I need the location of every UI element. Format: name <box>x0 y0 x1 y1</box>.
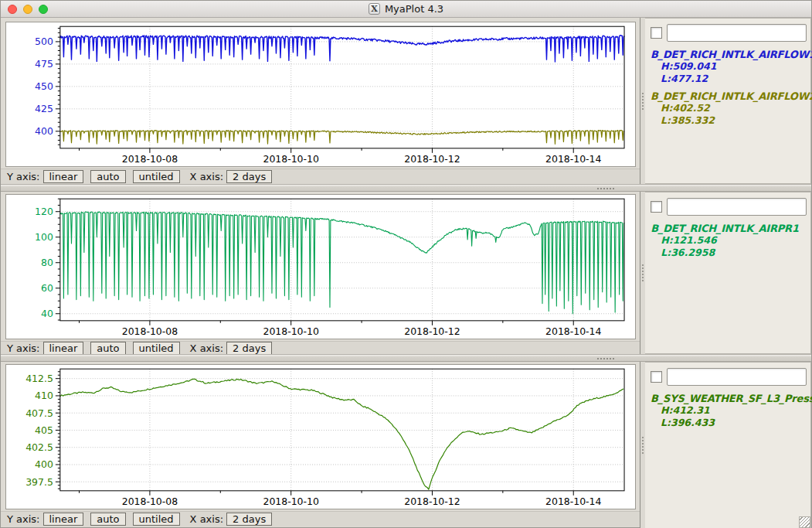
svg-text:60: 60 <box>41 282 53 294</box>
svg-text:2018-10-10: 2018-10-10 <box>263 325 318 337</box>
y-auto-button[interactable]: auto <box>90 170 125 183</box>
svg-text:475: 475 <box>35 58 53 70</box>
y-untiled-button[interactable]: untiled <box>133 513 180 526</box>
window-title: MyaPlot 4.3 <box>385 3 443 15</box>
svg-text:80: 80 <box>41 257 53 268</box>
plot-canvas-airflow[interactable]: 4004254504755002018-10-082018-10-102018-… <box>5 22 636 167</box>
channel-high: H:509.041 <box>651 60 807 73</box>
channel-name: B_DET_RICH_INTLK_AIRFLOW1 <box>651 49 807 60</box>
channel-checkbox[interactable] <box>651 371 662 383</box>
channel-low: L:477.12 <box>651 73 807 85</box>
plot-pane-2: 4060801001202018-10-082018-10-102018-10-… <box>1 192 811 354</box>
y-axis-label: Y axis: <box>7 171 40 182</box>
plot-pane-3: 397.5400402.5405407.5410412.52018-10-082… <box>1 362 811 528</box>
svg-text:2018-10-08: 2018-10-08 <box>122 325 178 337</box>
y-axis-label: Y axis: <box>7 342 40 354</box>
x-axis-label: X axis: <box>190 342 223 354</box>
svg-text:405: 405 <box>35 424 53 436</box>
svg-text:40: 40 <box>41 308 53 319</box>
svg-text:400: 400 <box>35 125 53 137</box>
svg-text:120: 120 <box>35 206 53 217</box>
y-scale-button[interactable]: linear <box>43 170 84 183</box>
channel-high: H:412.31 <box>651 404 807 417</box>
horizontal-sash[interactable] <box>1 184 811 192</box>
airflow-chart: 4004254504755002018-10-082018-10-102018-… <box>6 22 635 166</box>
channel-high: H:121.546 <box>651 234 807 247</box>
svg-text:2018-10-10: 2018-10-10 <box>263 153 318 165</box>
channel-name: B_DET_RICH_INTLK_AIRFLOW2 <box>651 90 807 102</box>
svg-text:2018-10-14: 2018-10-14 <box>545 153 601 165</box>
channel-panel-3: B_SYS_WEATHER_SF_L3_Press H:412.31 L:396… <box>645 362 811 528</box>
channel-low: L:396.433 <box>651 417 807 429</box>
channel-name: B_SYS_WEATHER_SF_L3_Press <box>651 393 807 404</box>
y-auto-button[interactable]: auto <box>90 513 125 526</box>
minimize-button[interactable] <box>23 5 32 14</box>
plot-canvas-airpr[interactable]: 4060801001202018-10-082018-10-102018-10-… <box>5 194 636 339</box>
svg-text:412.5: 412.5 <box>25 373 53 384</box>
x-axis-label: X axis: <box>190 171 223 182</box>
airpr-chart: 4060801001202018-10-082018-10-102018-10-… <box>6 195 635 339</box>
svg-text:400: 400 <box>35 458 53 470</box>
horizontal-sash[interactable] <box>1 354 811 362</box>
svg-text:407.5: 407.5 <box>25 407 53 419</box>
channel-low: L:36.2958 <box>651 247 807 259</box>
plot-canvas-pressure[interactable]: 397.5400402.5405407.5410412.52018-10-082… <box>5 364 636 509</box>
sash-grip-icon <box>597 188 614 189</box>
svg-text:2018-10-12: 2018-10-12 <box>404 153 460 165</box>
sash-grip-icon <box>597 358 614 359</box>
channel-entry[interactable] <box>667 368 807 386</box>
channel-checkbox[interactable] <box>651 27 662 39</box>
plot2-control-bar: Y axis: linear auto untiled X axis: 2 da… <box>1 341 640 355</box>
x-range-button[interactable]: 2 days <box>226 342 272 355</box>
svg-text:425: 425 <box>35 103 53 114</box>
channel-entry[interactable] <box>667 198 807 216</box>
sash-grip-icon <box>642 93 644 110</box>
svg-text:397.5: 397.5 <box>25 476 53 488</box>
svg-text:410: 410 <box>35 390 53 401</box>
svg-text:2018-10-14: 2018-10-14 <box>545 496 601 507</box>
svg-text:450: 450 <box>35 80 53 92</box>
svg-text:2018-10-10: 2018-10-10 <box>263 496 318 507</box>
sash-grip-icon <box>642 437 644 454</box>
x-range-button[interactable]: 2 days <box>226 513 272 526</box>
y-untiled-button[interactable]: untiled <box>133 342 180 355</box>
channel-high: H:402.52 <box>651 102 807 114</box>
myaplot-window: X MyaPlot 4.3 4004254504755002018-10-082… <box>0 0 812 528</box>
y-scale-button[interactable]: linear <box>43 513 84 526</box>
channel-entry[interactable] <box>667 24 807 42</box>
svg-text:2018-10-08: 2018-10-08 <box>122 496 178 507</box>
channel-panel-2: B_DET_RICH_INTLK_AIRPR1 H:121.546 L:36.2… <box>645 192 811 354</box>
titlebar[interactable]: X MyaPlot 4.3 <box>1 1 811 18</box>
close-button[interactable] <box>8 5 17 14</box>
x11-app-icon: X <box>369 3 380 15</box>
x-range-button[interactable]: 2 days <box>226 170 272 183</box>
svg-text:2018-10-12: 2018-10-12 <box>404 496 460 507</box>
plot3-control-bar: Y axis: linear auto untiled X axis: 2 da… <box>1 511 640 526</box>
window-resize-grip[interactable] <box>799 516 810 528</box>
x-axis-label: X axis: <box>190 513 223 525</box>
y-untiled-button[interactable]: untiled <box>133 170 180 183</box>
svg-text:2018-10-14: 2018-10-14 <box>545 325 601 337</box>
y-auto-button[interactable]: auto <box>90 342 125 355</box>
sash-grip-icon <box>642 264 644 281</box>
channel-low: L:385.332 <box>651 114 807 127</box>
svg-text:2018-10-08: 2018-10-08 <box>122 153 178 165</box>
svg-text:402.5: 402.5 <box>25 441 53 453</box>
svg-text:2018-10-12: 2018-10-12 <box>404 325 460 337</box>
y-axis-label: Y axis: <box>7 513 40 525</box>
pressure-chart: 397.5400402.5405407.5410412.52018-10-082… <box>6 365 635 509</box>
svg-text:100: 100 <box>35 231 53 243</box>
traffic-lights <box>1 5 48 14</box>
y-scale-button[interactable]: linear <box>43 342 84 355</box>
channel-name: B_DET_RICH_INTLK_AIRPR1 <box>651 223 807 234</box>
channel-panel-1: B_DET_RICH_INTLK_AIRFLOW1 H:509.041 L:47… <box>645 18 811 184</box>
svg-text:500: 500 <box>35 36 53 47</box>
plot1-control-bar: Y axis: linear auto untiled X axis: 2 da… <box>1 169 640 184</box>
plot-pane-1: 4004254504755002018-10-082018-10-102018-… <box>1 18 811 184</box>
zoom-button[interactable] <box>39 5 48 14</box>
channel-checkbox[interactable] <box>651 201 662 213</box>
